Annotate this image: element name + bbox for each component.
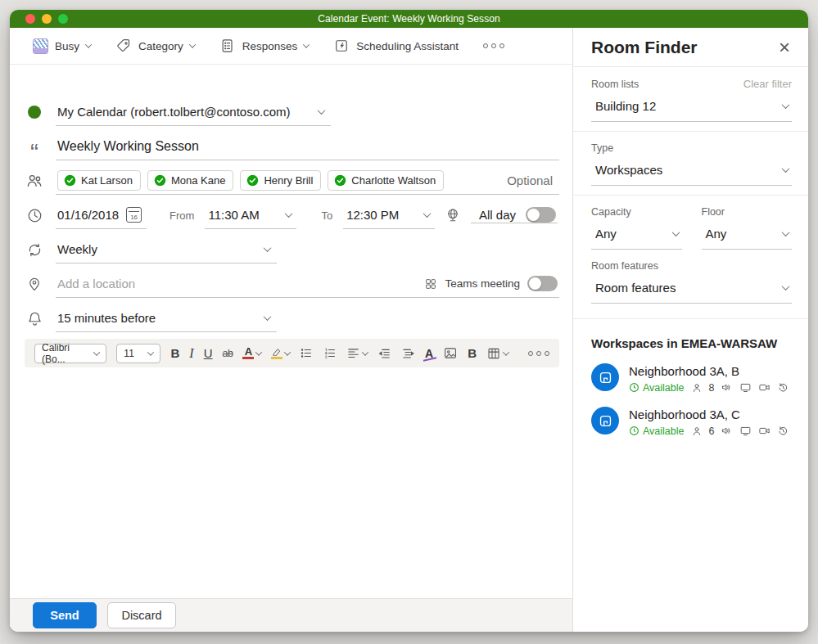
room-finder-title: Room Finder bbox=[591, 38, 698, 57]
font-size-select[interactable]: 11 bbox=[116, 344, 160, 363]
scheduling-assistant-icon bbox=[333, 38, 350, 54]
location-pin-icon bbox=[26, 276, 43, 292]
optional-attendees-link[interactable]: Optional bbox=[507, 173, 559, 187]
recurrence-select[interactable]: Weekly bbox=[56, 236, 277, 263]
availability-status: Available bbox=[629, 426, 685, 437]
chevron-down-icon bbox=[93, 349, 100, 355]
chevron-down-icon bbox=[285, 209, 293, 218]
clock-icon bbox=[26, 207, 43, 224]
font-color-button[interactable]: A bbox=[242, 347, 261, 360]
room-features-label: Room features bbox=[591, 260, 658, 272]
close-icon[interactable] bbox=[779, 39, 790, 56]
align-left-icon bbox=[346, 346, 360, 360]
tag-icon bbox=[115, 38, 132, 54]
minimize-window-button[interactable] bbox=[42, 14, 52, 24]
chevron-down-icon bbox=[782, 164, 790, 173]
chevron-down-icon bbox=[264, 313, 272, 321]
capacity-count: 6 bbox=[709, 426, 715, 437]
subject-row bbox=[25, 133, 559, 160]
busy-status-dropdown[interactable]: Busy bbox=[33, 38, 91, 54]
scheduling-assistant-button[interactable]: Scheduling Assistant bbox=[333, 38, 459, 54]
footer-bar: Send Discard bbox=[10, 598, 572, 632]
category-dropdown[interactable]: Category bbox=[115, 38, 195, 54]
to-label: To bbox=[321, 209, 332, 222]
discard-button[interactable]: Discard bbox=[107, 602, 176, 628]
all-day-label: All day bbox=[479, 208, 516, 222]
chevron-down-icon bbox=[503, 349, 509, 355]
person-icon bbox=[691, 382, 703, 394]
strikethrough-button[interactable] bbox=[223, 348, 233, 359]
table-icon bbox=[486, 346, 501, 361]
audio-icon bbox=[721, 425, 733, 437]
close-window-button[interactable] bbox=[25, 14, 35, 24]
recurrence-icon bbox=[26, 241, 43, 259]
date-picker-icon[interactable]: 16 bbox=[126, 207, 142, 223]
all-day-toggle[interactable] bbox=[526, 207, 556, 223]
timezone-globe-icon[interactable] bbox=[445, 207, 461, 223]
bold-button[interactable]: B bbox=[170, 346, 179, 360]
accepted-check-icon bbox=[64, 174, 76, 187]
capacity-select[interactable]: Any bbox=[591, 218, 682, 250]
workspace-result-row[interactable]: Neighborhood 3A, B Available 8 bbox=[591, 363, 792, 394]
attendee-chip[interactable]: Kat Larson bbox=[57, 170, 141, 191]
floor-select[interactable]: Any bbox=[702, 218, 793, 250]
b-button[interactable]: B bbox=[468, 346, 477, 360]
teams-meeting-toggle[interactable] bbox=[527, 276, 558, 291]
chevron-down-icon bbox=[782, 101, 790, 109]
bulleted-list-button[interactable] bbox=[300, 346, 313, 360]
clear-filter-link[interactable]: Clear filter bbox=[743, 78, 792, 90]
attendee-chip[interactable]: Mona Kane bbox=[147, 170, 234, 191]
alignment-button[interactable] bbox=[346, 346, 368, 360]
insert-table-button[interactable] bbox=[486, 346, 508, 361]
capacity-count: 8 bbox=[709, 382, 715, 394]
video-camera-icon bbox=[758, 425, 771, 437]
subject-input[interactable] bbox=[57, 139, 559, 154]
numbered-list-button[interactable] bbox=[323, 346, 337, 360]
clock-arrow-icon bbox=[777, 381, 789, 394]
font-name-select[interactable]: Calibri (Bo... bbox=[34, 344, 106, 363]
more-commands-button[interactable] bbox=[483, 43, 504, 48]
highlight-button[interactable] bbox=[271, 347, 290, 360]
bell-icon bbox=[26, 310, 43, 327]
start-time-select[interactable]: 11:30 AM bbox=[205, 201, 296, 229]
end-time-select[interactable]: 12:30 PM bbox=[343, 201, 435, 229]
event-body-editor[interactable] bbox=[25, 372, 559, 597]
room-list-select[interactable]: Building 12 bbox=[591, 90, 792, 122]
room-features-select[interactable]: Room features bbox=[591, 272, 792, 304]
increase-indent-button[interactable] bbox=[401, 346, 415, 361]
available-clock-icon bbox=[629, 382, 639, 393]
responses-dropdown[interactable]: Responses bbox=[219, 38, 310, 54]
underline-button[interactable]: U bbox=[204, 346, 213, 360]
floor-label: Floor bbox=[702, 206, 725, 218]
workspace-result-row[interactable]: Neighborhood 3A, C Available 6 bbox=[591, 407, 792, 437]
insert-image-button[interactable] bbox=[443, 345, 458, 361]
zoom-window-button[interactable] bbox=[58, 14, 68, 24]
send-button[interactable]: Send bbox=[33, 602, 97, 628]
calendar-color-dot-icon bbox=[28, 106, 41, 119]
location-row: Teams meeting bbox=[25, 270, 559, 298]
attendee-chip[interactable]: Henry Brill bbox=[240, 170, 321, 191]
location-input[interactable] bbox=[57, 277, 424, 290]
display-icon bbox=[739, 425, 752, 437]
display-icon bbox=[739, 381, 752, 394]
recurrence-row: Weekly bbox=[25, 236, 559, 263]
from-label: From bbox=[169, 209, 194, 222]
date-field[interactable]: 01/16/2018 16 bbox=[56, 201, 147, 229]
busy-status-icon bbox=[33, 38, 48, 54]
more-formatting-button[interactable] bbox=[528, 351, 549, 356]
decrease-indent-button[interactable] bbox=[377, 346, 391, 361]
datetime-row: 01/16/2018 16 From 11:30 AM To 12:30 PM … bbox=[25, 201, 559, 229]
clock-arrow-icon bbox=[777, 425, 789, 437]
attendees-field[interactable]: Kat Larson Mona Kane Henry Brill Charlot… bbox=[56, 167, 559, 195]
reminder-select[interactable]: 15 minutes before bbox=[56, 304, 277, 332]
formatting-toolbar: Calibri (Bo... 11 B I U A bbox=[25, 339, 559, 367]
attendee-chip[interactable]: Charlotte Waltson bbox=[328, 170, 444, 191]
audio-icon bbox=[721, 381, 733, 394]
results-heading: Workspaces in EMEA-WARSAW bbox=[591, 336, 792, 350]
chevron-down-icon bbox=[303, 41, 310, 47]
calendar-select[interactable]: My Calendar (robert.tolbert@contoso.com) bbox=[56, 98, 331, 126]
italic-button[interactable]: I bbox=[189, 346, 193, 361]
type-select[interactable]: Workspaces bbox=[591, 154, 792, 186]
chevron-down-icon bbox=[361, 349, 368, 355]
styles-button[interactable]: A bbox=[425, 347, 433, 360]
